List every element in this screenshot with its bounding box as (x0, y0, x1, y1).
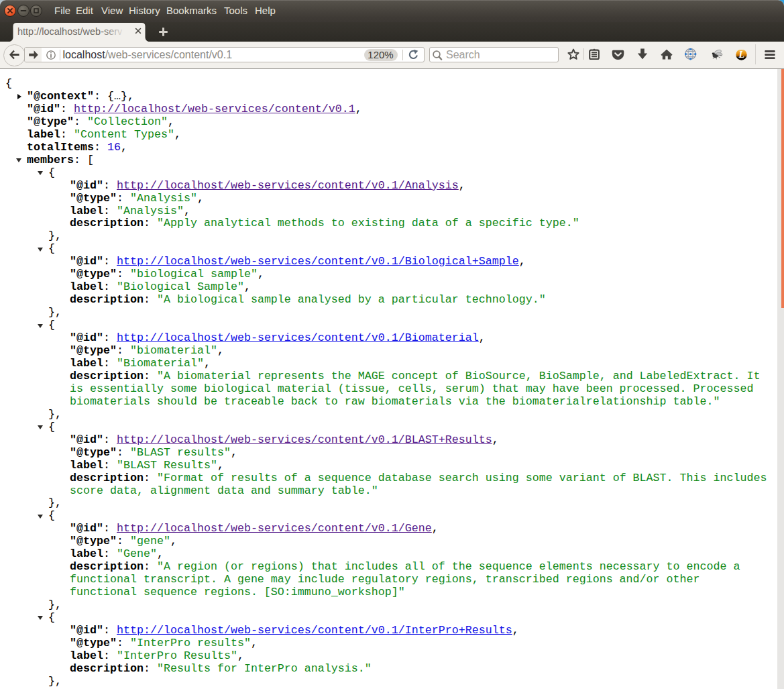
svg-text:L: L (738, 50, 745, 60)
